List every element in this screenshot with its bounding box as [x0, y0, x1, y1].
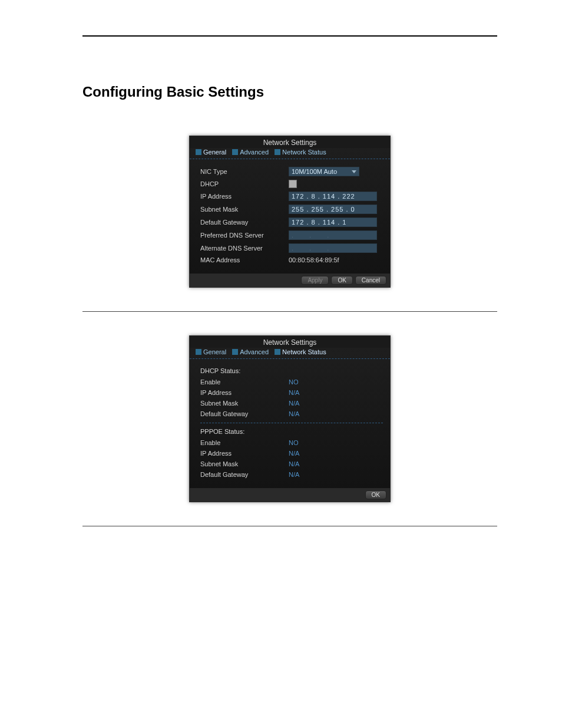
ok-button[interactable]: OK	[331, 276, 352, 285]
mac-address-value: 00:80:58:64:89:5f	[289, 256, 339, 263]
dhcp-subnet-value: N/A	[289, 400, 299, 407]
pppoe-enable-value: NO	[289, 439, 299, 446]
tab-label: General	[203, 348, 226, 355]
label-pppoe-ip: IP Address	[200, 450, 289, 457]
label-pppoe-enable: Enable	[200, 439, 289, 446]
label-dhcp-gateway: Default Gateway	[200, 410, 289, 417]
network-settings-dialog-status: Network Settings General Advanced Networ…	[189, 335, 391, 502]
pppoe-gateway-value: N/A	[289, 471, 299, 478]
dialog-title: Network Settings	[190, 136, 390, 148]
default-gateway-input[interactable]: 172 . 8 . 114 . 1	[289, 218, 377, 227]
chevron-down-icon	[352, 170, 356, 173]
divider	[82, 311, 497, 312]
dialog-body: DHCP Status: EnableNO IP AddressN/A Subn…	[190, 359, 390, 488]
tab-label: Network Status	[282, 348, 326, 355]
dialog-footer: OK	[190, 488, 390, 502]
cancel-button[interactable]: Cancel	[355, 276, 386, 285]
dhcp-status-header: DHCP Status:	[200, 367, 383, 374]
label-pppoe-gateway: Default Gateway	[200, 471, 289, 478]
label-nic-type: NIC Type	[200, 168, 289, 175]
ok-button[interactable]: OK	[365, 490, 386, 499]
tab-label: Advanced	[240, 348, 269, 355]
alternate-dns-input[interactable]: . . .	[289, 243, 377, 253]
dhcp-enable-value: NO	[289, 378, 299, 386]
nic-type-select[interactable]: 10M/100M Auto	[289, 167, 359, 176]
tab-strip: General Advanced Network Status	[190, 348, 390, 359]
label-dhcp-subnet: Subnet Mask	[200, 400, 289, 407]
tab-label: Network Status	[282, 149, 326, 156]
label-ip-address: IP Address	[200, 193, 289, 200]
tab-general[interactable]: General	[193, 148, 229, 156]
nic-type-value: 10M/100M Auto	[292, 167, 337, 176]
divider	[82, 526, 497, 526]
tab-advanced[interactable]: Advanced	[230, 148, 271, 156]
dialog-title: Network Settings	[190, 336, 390, 348]
label-dhcp: DHCP	[200, 180, 289, 187]
pppoe-subnet-value: N/A	[289, 460, 299, 467]
dhcp-checkbox[interactable]	[289, 180, 297, 188]
network-settings-dialog-general: Network Settings General Advanced Networ…	[189, 136, 391, 288]
label-preferred-dns: Preferred DNS Server	[200, 232, 289, 239]
pppoe-ip-value: N/A	[289, 450, 299, 457]
subnet-mask-input[interactable]: 255 . 255 . 255 . 0	[289, 205, 377, 214]
label-dhcp-enable: Enable	[200, 378, 289, 386]
label-alternate-dns: Alternate DNS Server	[200, 245, 289, 252]
tab-network-status[interactable]: Network Status	[272, 148, 329, 156]
tab-icon	[275, 149, 280, 155]
apply-button[interactable]: Apply	[301, 276, 329, 285]
dhcp-gateway-value: N/A	[289, 410, 299, 417]
tab-strip: General Advanced Network Status	[190, 148, 390, 159]
pppoe-status-header: PPPOE Status:	[200, 428, 383, 435]
label-subnet-mask: Subnet Mask	[200, 206, 289, 213]
dialog-body: NIC Type 10M/100M Auto DHCP IP Address 1…	[190, 159, 390, 274]
dialog-footer: Apply OK Cancel	[190, 274, 390, 287]
top-divider	[82, 35, 497, 37]
tab-network-status[interactable]: Network Status	[272, 348, 329, 356]
tab-advanced[interactable]: Advanced	[230, 348, 271, 356]
dhcp-ip-value: N/A	[289, 389, 299, 396]
ip-address-input[interactable]: 172 . 8 . 114 . 222	[289, 192, 377, 201]
preferred-dns-input[interactable]: . . .	[289, 230, 377, 240]
label-pppoe-subnet: Subnet Mask	[200, 460, 289, 467]
tab-icon	[196, 149, 201, 155]
section-divider	[200, 423, 383, 423]
tab-icon	[196, 349, 201, 355]
tab-label: General	[203, 149, 226, 156]
label-dhcp-ip: IP Address	[200, 389, 289, 396]
tab-icon	[232, 349, 238, 355]
tab-icon	[275, 349, 280, 355]
label-mac-address: MAC Address	[200, 256, 289, 263]
label-default-gateway: Default Gateway	[200, 219, 289, 226]
tab-icon	[232, 149, 238, 155]
tab-label: Advanced	[240, 149, 269, 156]
section-heading: Configuring Basic Settings	[82, 84, 497, 100]
tab-general[interactable]: General	[193, 348, 229, 356]
